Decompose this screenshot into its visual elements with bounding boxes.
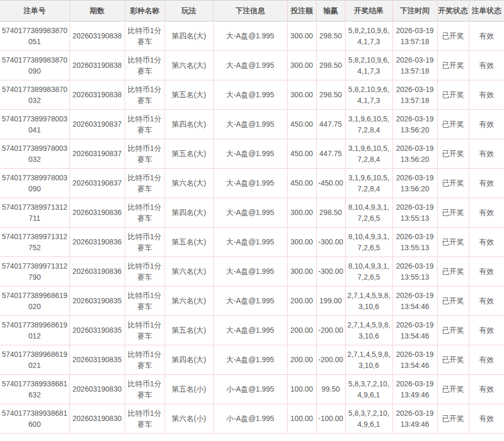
table-row: 5740177389983870032202603190838比特币1分赛车第五… [0,80,504,110]
cell-bet_info: 大-A盘@1.995 [213,80,287,110]
table-header: 注单号期数彩种名称玩法下注信息投注额输赢开奖结果下注时间开奖状态注单状态 [0,1,504,22]
table-header-row: 注单号期数彩种名称玩法下注信息投注额输赢开奖结果下注时间开奖状态注单状态 [0,1,504,22]
cell-draw_status: 已开奖 [437,286,469,316]
cell-bet_amount: 450.00 [287,169,316,198]
cell-order_status: 有效 [469,286,504,316]
cell-bet_time: 2026-03-19 13:57:18 [392,80,437,110]
cell-order_no: 5740177389983870051 [0,22,69,51]
cell-period: 202603190837 [69,139,125,169]
column-header-bet_amount: 投注额 [287,1,316,22]
cell-order_status: 有效 [469,80,504,110]
cell-lottery_name: 比特币1分赛车 [125,22,165,51]
cell-draw_result: 2,7,1,4,5,9,8,3,10,6 [345,345,392,375]
cell-win_loss: -100.00 [316,404,345,434]
cell-bet_amount: 300.00 [287,22,316,51]
cell-bet_time: 2026-03-19 13:57:18 [392,51,437,80]
cell-win_loss: -300.00 [316,228,345,257]
cell-period: 202603190836 [69,198,125,228]
cell-win_loss: 298.50 [316,198,345,228]
cell-bet_amount: 200.00 [287,286,316,316]
cell-play_type: 第四名(大) [165,198,213,228]
cell-order_no: 5740177389978003090 [0,169,69,198]
cell-bet_time: 2026-03-19 13:55:13 [392,198,437,228]
cell-order_no: 5740177389938681600 [0,404,69,434]
cell-play_type: 第五名(大) [165,80,213,110]
cell-order_status: 有效 [469,404,504,434]
cell-period: 202603190835 [69,345,125,375]
column-header-draw_status: 开奖状态 [437,1,469,22]
cell-draw_status: 已开奖 [437,139,469,169]
cell-bet_info: 大-A盘@1.995 [213,51,287,80]
column-header-draw_result: 开奖结果 [345,1,392,22]
cell-bet_info: 小-A盘@1.995 [213,375,287,404]
cell-bet_info: 大-A盘@1.995 [213,110,287,139]
table-row: 5740177389968619012202603190835比特币1分赛车第五… [0,316,504,345]
cell-draw_status: 已开奖 [437,257,469,286]
cell-bet_info: 大-A盘@1.995 [213,345,287,375]
cell-order_status: 有效 [469,22,504,51]
cell-order_no: 5740177389978003041 [0,110,69,139]
cell-play_type: 第五名(大) [165,139,213,169]
cell-order_status: 有效 [469,316,504,345]
cell-period: 202603190838 [69,51,125,80]
column-header-play_type: 玩法 [165,1,213,22]
cell-draw_status: 已开奖 [437,375,469,404]
cell-win_loss: -300.00 [316,257,345,286]
cell-lottery_name: 比特币1分赛车 [125,404,165,434]
cell-draw_status: 已开奖 [437,22,469,51]
cell-play_type: 第六名(大) [165,51,213,80]
cell-lottery_name: 比特币1分赛车 [125,257,165,286]
table-row: 5740177389983870090202603190838比特币1分赛车第六… [0,51,504,80]
cell-draw_status: 已开奖 [437,316,469,345]
cell-bet_time: 2026-03-19 13:54:46 [392,286,437,316]
cell-lottery_name: 比特币1分赛车 [125,169,165,198]
column-header-bet_info: 下注信息 [213,1,287,22]
cell-period: 202603190836 [69,228,125,257]
cell-win_loss: 99.50 [316,375,345,404]
cell-lottery_name: 比特币1分赛车 [125,80,165,110]
cell-draw_result: 3,1,9,6,10,5,7,2,8,4 [345,139,392,169]
cell-draw_result: 2,7,1,4,5,9,8,3,10,6 [345,286,392,316]
cell-order_status: 有效 [469,169,504,198]
cell-play_type: 第五名(大) [165,228,213,257]
cell-play_type: 第六名(小) [165,404,213,434]
table-row: 5740177389971312752202603190836比特币1分赛车第五… [0,228,504,257]
table-row: 5740177389978003041202603190837比特币1分赛车第四… [0,110,504,139]
table-row: 5740177389968619021202603190835比特币1分赛车第四… [0,345,504,375]
cell-win_loss: 447.75 [316,110,345,139]
cell-win_loss: 298.50 [316,51,345,80]
cell-win_loss: -450.00 [316,169,345,198]
cell-lottery_name: 比特币1分赛车 [125,198,165,228]
cell-bet_time: 2026-03-19 13:56:20 [392,110,437,139]
cell-bet_info: 大-A盘@1.995 [213,316,287,345]
cell-draw_result: 3,1,9,6,10,5,7,2,8,4 [345,110,392,139]
table-body: 5740177389983870051202603190838比特币1分赛车第四… [0,22,504,434]
cell-draw_result: 5,8,3,7,2,10,4,9,6,1 [345,404,392,434]
cell-period: 202603190838 [69,22,125,51]
cell-play_type: 第四名(大) [165,110,213,139]
cell-order_no: 5740177389978003032 [0,139,69,169]
cell-win_loss: 447.75 [316,139,345,169]
cell-lottery_name: 比特币1分赛车 [125,345,165,375]
column-header-order_no: 注单号 [0,1,69,22]
cell-order_status: 有效 [469,110,504,139]
cell-bet_info: 大-A盘@1.995 [213,228,287,257]
cell-play_type: 第六名(大) [165,169,213,198]
cell-draw_result: 3,1,9,6,10,5,7,2,8,4 [345,169,392,198]
cell-period: 202603190837 [69,110,125,139]
cell-draw_result: 2,7,1,4,5,9,8,3,10,6 [345,316,392,345]
cell-order_status: 有效 [469,198,504,228]
cell-order_no: 5740177389983870090 [0,51,69,80]
cell-bet_time: 2026-03-19 13:56:20 [392,139,437,169]
cell-draw_status: 已开奖 [437,110,469,139]
column-header-order_status: 注单状态 [469,1,504,22]
cell-bet_amount: 100.00 [287,375,316,404]
column-header-bet_time: 下注时间 [392,1,437,22]
cell-bet_amount: 300.00 [287,257,316,286]
cell-bet_amount: 450.00 [287,110,316,139]
cell-win_loss: -200.00 [316,345,345,375]
table-row: 5740177389983870051202603190838比特币1分赛车第四… [0,22,504,51]
cell-win_loss: 199.00 [316,286,345,316]
table-row: 5740177389971312790202603190836比特币1分赛车第六… [0,257,504,286]
cell-order_no: 5740177389968619021 [0,345,69,375]
